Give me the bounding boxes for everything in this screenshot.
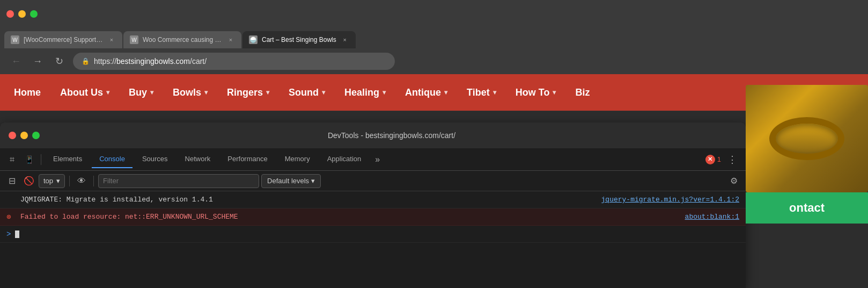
context-value: top	[43, 177, 53, 185]
nav-item-home[interactable]: Home	[4, 74, 50, 111]
tab-favicon-1: W	[11, 35, 19, 44]
browser-tab-3[interactable]: 🍚 Cart – Best Singing Bowls ×	[242, 31, 356, 48]
levels-label: Default levels	[267, 177, 309, 185]
nav-label-biz: Biz	[575, 87, 590, 98]
nav-label-howto: How To	[516, 87, 550, 98]
nav-item-howto[interactable]: How To ▾	[506, 74, 566, 111]
nav-item-ringers[interactable]: Ringers ▾	[217, 74, 279, 111]
nav-dropdown-arrow-antique: ▾	[444, 89, 447, 96]
context-select[interactable]: top ▾	[39, 174, 65, 188]
devtools-tab-network[interactable]: Network	[178, 150, 218, 168]
url-bar[interactable]: 🔒 https://bestsingingbowls.com/cart/	[73, 53, 395, 70]
lock-icon: 🔒	[82, 57, 90, 65]
devtools-tab-application[interactable]: Application	[320, 150, 369, 168]
nav-item-buy[interactable]: Buy ▾	[119, 74, 163, 111]
close-window-button[interactable]	[6, 10, 14, 18]
address-bar: ← → ↻ 🔒 https://bestsingingbowls.com/car…	[0, 48, 868, 74]
forward-button[interactable]: →	[30, 54, 45, 69]
nav-item-tibet[interactable]: Tibet ▾	[457, 74, 506, 111]
nav-item-antique[interactable]: Antique ▾	[395, 74, 457, 111]
block-requests-button[interactable]: 🚫	[21, 174, 36, 189]
url-text: https://bestsingingbowls.com/cart/	[94, 57, 207, 66]
devtools-toolbar: ⊟ 🚫 top ▾ 👁 Default levels ▾ ⚙	[0, 171, 746, 191]
website-nav: Home About Us ▾ Buy ▾ Bowls ▾ Ringers ▾ …	[0, 74, 868, 111]
tab-close-2[interactable]: ×	[226, 35, 235, 44]
error-circle-icon: ✕	[705, 155, 715, 164]
toolbar-sep2	[93, 176, 94, 186]
contact-text: ontact	[789, 201, 825, 214]
nav-label-antique: Antique	[405, 87, 441, 98]
devtools-minimize-button[interactable]	[20, 132, 28, 139]
devtools-window-controls	[9, 132, 40, 139]
console-link-info[interactable]: jquery-migrate.min.js?ver=1.4.1:2	[601, 196, 739, 204]
devtools-tab-memory[interactable]: Memory	[277, 150, 318, 168]
nav-dropdown-arrow-about: ▾	[106, 89, 109, 96]
nav-item-biz[interactable]: Biz	[565, 74, 599, 111]
eye-button[interactable]: 👁	[74, 174, 89, 189]
devtools-tab-elements[interactable]: Elements	[46, 150, 90, 168]
devtools-tabs: ⌗ 📱 Elements Console Sources Network Per…	[0, 148, 746, 171]
tab-title-2: Woo Commerce causing mixed...	[143, 36, 222, 44]
devtools-close-button[interactable]	[9, 132, 16, 139]
website-overlay: ontact	[746, 85, 868, 288]
sidebar-toggle-button[interactable]: ⊟	[4, 174, 19, 189]
browser-tab-1[interactable]: W [WooCommerce] Support - pa... ×	[4, 31, 122, 48]
levels-button[interactable]: Default levels ▾	[261, 174, 321, 188]
console-text-info: JQMIGRATE: Migrate is installed, version…	[20, 196, 601, 204]
minimize-window-button[interactable]	[18, 10, 26, 18]
filter-input[interactable]	[98, 174, 259, 188]
nav-dropdown-arrow-sound: ▾	[322, 89, 325, 96]
devtools-title: DevTools - bestsingingbowls.com/cart/	[46, 131, 737, 140]
inspector-button[interactable]: ⌗	[4, 152, 19, 167]
tab-favicon-2: W	[130, 35, 138, 44]
nav-label-ringers: Ringers	[227, 87, 263, 98]
nav-item-sound[interactable]: Sound ▾	[279, 74, 335, 111]
maximize-window-button[interactable]	[30, 10, 38, 18]
console-line-error: ⊗ Failed to load resource: net::ERR_UNKN…	[0, 208, 746, 226]
console-prompt: >	[6, 230, 11, 239]
tab-close-1[interactable]: ×	[107, 35, 116, 44]
browser-tab-2[interactable]: W Woo Commerce causing mixed... ×	[123, 31, 241, 48]
error-icon: ⊗	[6, 212, 16, 221]
error-count: ✕ 1	[705, 155, 721, 164]
devtools-window: DevTools - bestsingingbowls.com/cart/ ⌗ …	[0, 123, 746, 288]
nav-item-healing[interactable]: Healing ▾	[335, 74, 395, 111]
tabs-bar: W [WooCommerce] Support - pa... × W Woo …	[0, 28, 868, 48]
devtools-tab-performance[interactable]: Performance	[220, 150, 275, 168]
back-button[interactable]: ←	[9, 54, 24, 69]
nav-label-buy: Buy	[129, 87, 147, 98]
context-dropdown-arrow: ▾	[56, 177, 60, 185]
reload-button[interactable]: ↻	[52, 54, 67, 69]
levels-arrow: ▾	[311, 177, 315, 185]
devtools-tab-console[interactable]: Console	[92, 150, 133, 168]
devtools-menu-button[interactable]: ⋮	[723, 154, 741, 165]
devtools-tab-sources[interactable]: Sources	[135, 150, 175, 168]
tab-separator	[41, 154, 41, 165]
console-input-line[interactable]: >	[0, 226, 746, 243]
devtools-titlebar: DevTools - bestsingingbowls.com/cart/	[0, 123, 746, 148]
nav-label-about: About Us	[60, 87, 103, 98]
console-cursor	[15, 231, 19, 238]
tab-close-3[interactable]: ×	[341, 35, 349, 44]
nav-label-healing: Healing	[344, 87, 379, 98]
devtools-console: JQMIGRATE: Migrate is installed, version…	[0, 191, 746, 267]
nav-dropdown-arrow-healing: ▾	[382, 89, 386, 96]
devtools-tab-more[interactable]: »	[371, 155, 384, 164]
nav-label-sound: Sound	[289, 87, 319, 98]
error-count-value: 1	[717, 155, 721, 163]
settings-button[interactable]: ⚙	[726, 174, 741, 189]
devtools-maximize-button[interactable]	[32, 132, 40, 139]
window-controls	[6, 10, 38, 18]
device-toggle-button[interactable]: 📱	[21, 152, 36, 167]
console-link-error[interactable]: about:blank:1	[685, 213, 739, 221]
nav-label-tibet: Tibet	[467, 87, 490, 98]
nav-item-about[interactable]: About Us ▾	[50, 74, 119, 111]
nav-item-bowls[interactable]: Bowls ▾	[163, 74, 217, 111]
nav-label-bowls: Bowls	[173, 87, 201, 98]
contact-banner[interactable]: ontact	[746, 192, 868, 224]
nav-dropdown-arrow-tibet: ▾	[493, 89, 496, 96]
console-line-info: JQMIGRATE: Migrate is installed, version…	[0, 191, 746, 208]
tab-title-3: Cart – Best Singing Bowls	[262, 36, 336, 44]
title-bar	[0, 0, 868, 28]
bowl-image	[746, 85, 868, 192]
